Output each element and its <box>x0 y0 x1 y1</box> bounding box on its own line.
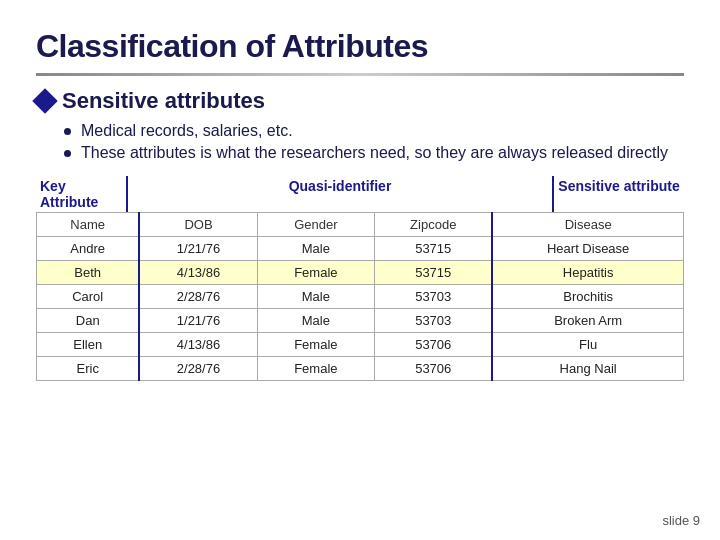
cell-name: Beth <box>37 261 140 285</box>
cell-gender: Male <box>257 309 375 333</box>
table-row: Andre1/21/76Male53715Heart Disease <box>37 237 684 261</box>
col-header-dob: DOB <box>139 213 257 237</box>
cell-zipcode: 53703 <box>375 285 493 309</box>
cell-name: Ellen <box>37 333 140 357</box>
cell-name: Dan <box>37 309 140 333</box>
cell-zipcode: 53703 <box>375 309 493 333</box>
cell-dob: 1/21/76 <box>139 309 257 333</box>
cat-key-label: Key Attribute <box>36 176 126 212</box>
slide-number: slide 9 <box>662 513 700 528</box>
bullet-dot-2 <box>64 150 71 157</box>
page-title: Classification of Attributes <box>36 28 684 65</box>
cat-quasi-label: Quasi-identifier <box>126 176 554 212</box>
table-row: Eric2/28/76Female53706Hang Nail <box>37 357 684 381</box>
data-table: Name DOB Gender Zipcode Disease Andre1/2… <box>36 212 684 381</box>
col-header-name: Name <box>37 213 140 237</box>
col-header-zipcode: Zipcode <box>375 213 493 237</box>
section-title: Sensitive attributes <box>62 88 265 114</box>
cell-gender: Male <box>257 237 375 261</box>
table-row: Ellen4/13/86Female53706Flu <box>37 333 684 357</box>
cell-name: Carol <box>37 285 140 309</box>
table-row: Dan1/21/76Male53703Broken Arm <box>37 309 684 333</box>
cell-gender: Female <box>257 261 375 285</box>
bullet-list: Medical records, salaries, etc. These at… <box>64 122 684 162</box>
table-row: Beth4/13/86Female53715Hepatitis <box>37 261 684 285</box>
bullet-dot-1 <box>64 128 71 135</box>
cell-gender: Female <box>257 357 375 381</box>
diamond-icon <box>32 88 57 113</box>
cell-disease: Hepatitis <box>492 261 683 285</box>
cell-zipcode: 53706 <box>375 357 493 381</box>
cell-disease: Heart Disease <box>492 237 683 261</box>
col-header-gender: Gender <box>257 213 375 237</box>
cell-gender: Female <box>257 333 375 357</box>
cell-dob: 4/13/86 <box>139 333 257 357</box>
table-body: Andre1/21/76Male53715Heart DiseaseBeth4/… <box>37 237 684 381</box>
cat-sensitive-label: Sensitive attribute <box>554 176 684 212</box>
table-row: Carol2/28/76Male53703Brochitis <box>37 285 684 309</box>
cell-dob: 2/28/76 <box>139 357 257 381</box>
bullet-item-1: Medical records, salaries, etc. <box>64 122 684 140</box>
cell-name: Andre <box>37 237 140 261</box>
cell-dob: 4/13/86 <box>139 261 257 285</box>
cell-zipcode: 53715 <box>375 261 493 285</box>
table-wrapper: Key Attribute Quasi-identifier Sensitive… <box>36 176 684 381</box>
category-labels: Key Attribute Quasi-identifier Sensitive… <box>36 176 684 212</box>
col-header-disease: Disease <box>492 213 683 237</box>
cell-zipcode: 53706 <box>375 333 493 357</box>
cell-dob: 2/28/76 <box>139 285 257 309</box>
slide: Classification of Attributes Sensitive a… <box>0 0 720 540</box>
section-header: Sensitive attributes <box>36 88 684 114</box>
cell-name: Eric <box>37 357 140 381</box>
cell-dob: 1/21/76 <box>139 237 257 261</box>
title-divider <box>36 73 684 76</box>
cell-disease: Brochitis <box>492 285 683 309</box>
cell-zipcode: 53715 <box>375 237 493 261</box>
cell-disease: Hang Nail <box>492 357 683 381</box>
table-header-row: Name DOB Gender Zipcode Disease <box>37 213 684 237</box>
bullet-item-2: These attributes is what the researchers… <box>64 144 684 162</box>
cell-gender: Male <box>257 285 375 309</box>
cell-disease: Broken Arm <box>492 309 683 333</box>
cell-disease: Flu <box>492 333 683 357</box>
